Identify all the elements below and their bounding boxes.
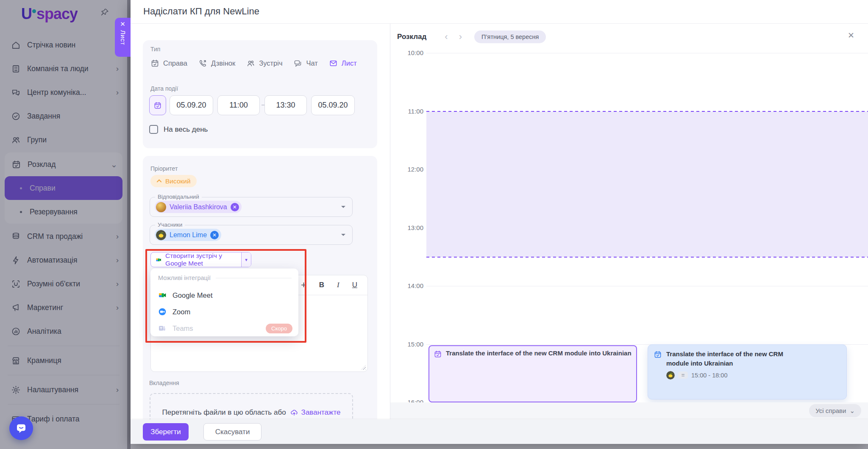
menu-item-label: Google Meet (172, 291, 212, 299)
italic-button[interactable]: I (337, 281, 339, 289)
modal-backdrop (0, 0, 131, 449)
type-option-чат[interactable]: Чат (293, 59, 317, 68)
event-date-label: Дата події (150, 85, 178, 92)
bold-button[interactable]: B (319, 281, 324, 289)
time-label: 16:00 (394, 399, 423, 402)
all-day-label: На весь день (164, 125, 208, 134)
schedule-title: Розклад (397, 33, 426, 41)
menu-item-label: Teams (172, 324, 193, 333)
attachments-label: Вкладення (149, 380, 179, 386)
end-time-input[interactable]: 13:30 (264, 95, 307, 115)
type-option-label: Справа (163, 59, 187, 67)
zoom-icon (158, 308, 167, 316)
upload-link[interactable]: Завантажте (290, 408, 341, 417)
type-option-зустріч[interactable]: Зустріч (246, 59, 282, 68)
schedule-panel: Розклад ‹ › П’ятниця, 5 вересня ✕ 10:001… (390, 24, 868, 419)
insert-button[interactable]: + (301, 280, 306, 291)
participant-chip[interactable]: Lemon Lime ✕ (155, 229, 221, 241)
remove-chip-icon[interactable]: ✕ (231, 203, 239, 211)
create-meet-label: Створити зустріч у Google Meet (165, 252, 236, 267)
modal-titlebar: Надіслати КП для NewLine (131, 0, 868, 24)
dropdown-caret-icon[interactable] (341, 206, 345, 210)
integrations-menu-header: Можливі інтеграції (158, 274, 211, 281)
type-option-label: Дзвінок (211, 59, 235, 67)
calendar-picker-button[interactable] (149, 95, 166, 115)
activity-modal: ✕ Лист Надіслати КП для NewLine Тип Спра… (131, 0, 868, 444)
google-meet-icon (156, 256, 161, 264)
menu-item-teams: TeamsСкоро (150, 320, 298, 336)
participant-chip-label: Lemon Lime (170, 231, 207, 239)
start-time-input[interactable]: 11:00 (217, 95, 260, 115)
task-calendar-icon (434, 350, 442, 358)
avatar (666, 371, 675, 380)
menu-item-label: Zoom (172, 308, 190, 316)
meet-split-caret[interactable]: ▾ (241, 252, 251, 267)
calendar-icon (153, 101, 162, 110)
tab-letter-label: Лист (119, 30, 127, 45)
time-selection-band (426, 111, 868, 257)
resize-handle[interactable] (361, 365, 366, 370)
start-date-input[interactable]: 05.09.20 (170, 95, 213, 115)
chevron-up-icon (156, 178, 162, 184)
priority-normal-icon: = (678, 371, 688, 379)
type-option-дзвінок[interactable]: Дзвінок (198, 59, 235, 68)
type-option-label: Зустріч (259, 59, 282, 67)
next-day-button[interactable]: › (453, 31, 467, 42)
remove-chip-icon[interactable]: ✕ (210, 231, 219, 239)
time-label: 10:00 (394, 50, 423, 56)
close-tab-icon[interactable]: ✕ (120, 21, 125, 27)
support-chat-fab[interactable] (9, 416, 33, 440)
save-button[interactable]: Зберегти (143, 423, 189, 441)
mail-icon (329, 59, 338, 68)
filter-all-tasks[interactable]: Усі справи ⌄ (809, 404, 861, 417)
create-meet-button[interactable]: Створити зустріч у Google Meet ▾ (150, 252, 251, 267)
responsible-chip[interactable]: Valeriia Bashkirova ✕ (155, 201, 242, 213)
dropdown-caret-icon[interactable] (341, 234, 345, 238)
menu-item-google-meet[interactable]: Google Meet (150, 287, 298, 303)
type-option-лист[interactable]: Лист (329, 59, 357, 68)
avatar (156, 202, 166, 212)
tab-letter[interactable]: ✕ Лист (115, 18, 131, 57)
avatar (156, 230, 166, 240)
task-calendar-icon (150, 59, 159, 68)
time-label: 12:00 (394, 166, 423, 173)
modal-footer: Зберегти Скасувати (131, 419, 868, 444)
close-schedule-icon[interactable]: ✕ (848, 30, 854, 40)
responsible-chip-label: Valeriia Bashkirova (170, 203, 227, 211)
hour-gridline (426, 286, 868, 286)
filter-label: Усі справи (815, 407, 846, 414)
date-chip[interactable]: П’ятниця, 5 вересня (474, 30, 546, 43)
teams-icon (158, 324, 167, 333)
event-tooltip-card[interactable]: Translate the interface of the new CRM m… (648, 344, 847, 399)
priority-label: Пріоритет (150, 165, 178, 172)
cancel-button[interactable]: Скасувати (203, 423, 262, 441)
all-day-row[interactable]: На весь день (149, 125, 208, 134)
responsible-label: Відповідальний (155, 194, 202, 200)
meet-icon (158, 291, 167, 299)
type-option-label: Лист (342, 59, 357, 67)
underline-button[interactable]: U (352, 281, 357, 289)
time-label: 13:00 (394, 224, 423, 231)
calendar-event[interactable]: Translate the interface of the new CRM m… (428, 345, 637, 402)
responsible-field[interactable]: Відповідальний Valeriia Bashkirova ✕ (150, 197, 353, 217)
hour-gridline (426, 53, 868, 53)
people-icon (246, 59, 255, 68)
participants-label: Учасники (155, 222, 185, 228)
priority-value: Високий (165, 177, 191, 185)
end-date-input[interactable]: 05.09.20 (311, 95, 355, 115)
task-calendar-icon (654, 350, 662, 359)
phone-icon (198, 59, 207, 68)
type-option-справа[interactable]: Справа (150, 59, 187, 68)
integrations-menu: Можливі інтеграції Google MeetZoomTeamsС… (150, 269, 298, 336)
calendar-grid[interactable]: 10:0011:0012:0013:0014:0015:0016:00 Tran… (390, 50, 868, 402)
cloud-upload-icon (290, 408, 298, 417)
event-title: Translate the interface of the new CRM m… (446, 349, 632, 398)
dropzone-text: Перетягніть файли в цю область або (162, 408, 286, 417)
event-time: 15:00 - 18:00 (691, 372, 727, 379)
all-day-checkbox[interactable] (149, 125, 158, 134)
participants-field[interactable]: Учасники Lemon Lime ✕ (150, 225, 353, 245)
priority-badge[interactable]: Високий (150, 175, 197, 187)
menu-item-zoom[interactable]: Zoom (150, 304, 298, 320)
type-options: СправаДзвінокЗустрічЧатЛист (150, 59, 357, 68)
prev-day-button[interactable]: ‹ (439, 31, 453, 42)
